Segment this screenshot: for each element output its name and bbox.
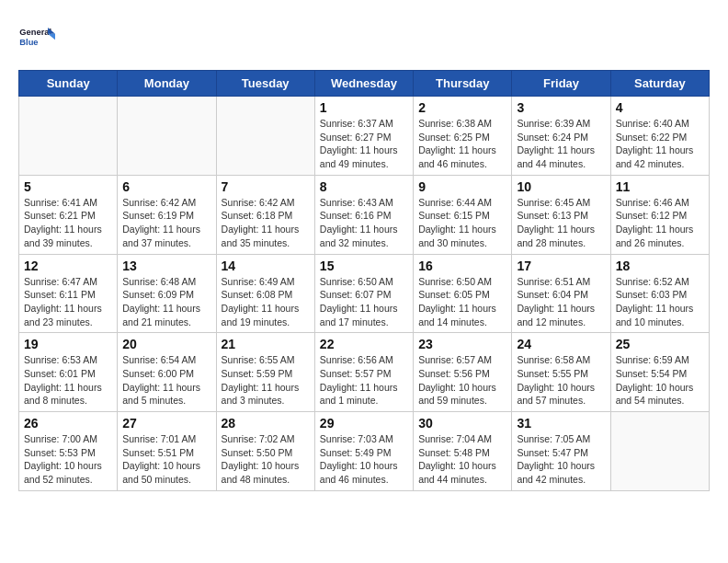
calendar-day-cell: 29Sunrise: 7:03 AMSunset: 5:49 PMDayligh… [314,412,413,491]
day-info: Sunrise: 6:55 AMSunset: 5:59 PMDaylight:… [222,353,310,408]
svg-marker-3 [48,34,55,40]
calendar-day-cell [610,412,709,491]
calendar-week-3: 12Sunrise: 6:47 AMSunset: 6:11 PMDayligh… [19,254,710,333]
day-number: 3 [517,100,605,115]
day-number: 15 [320,259,408,273]
day-number: 29 [320,416,408,431]
calendar-week-2: 5Sunrise: 6:41 AMSunset: 6:21 PMDaylight… [19,175,710,254]
day-info: Sunrise: 6:47 AMSunset: 6:11 PMDaylight:… [24,275,112,329]
calendar-day-cell: 23Sunrise: 6:57 AMSunset: 5:56 PMDayligh… [414,333,512,412]
calendar-day-cell: 22Sunrise: 6:56 AMSunset: 5:57 PMDayligh… [314,333,413,412]
calendar-week-5: 26Sunrise: 7:00 AMSunset: 5:53 PMDayligh… [19,412,710,491]
day-number: 25 [616,337,704,351]
calendar-day-cell: 6Sunrise: 6:42 AMSunset: 6:19 PMDaylight… [118,175,216,254]
calendar-day-cell: 10Sunrise: 6:45 AMSunset: 6:13 PMDayligh… [512,175,610,254]
calendar-day-cell: 7Sunrise: 6:42 AMSunset: 6:18 PMDaylight… [216,175,314,254]
weekday-header-monday: Monday [118,71,216,97]
calendar-day-cell: 9Sunrise: 6:44 AMSunset: 6:15 PMDaylight… [414,175,512,254]
weekday-header-friday: Friday [512,71,610,97]
day-number: 4 [616,100,704,115]
day-info: Sunrise: 6:39 AMSunset: 6:24 PMDaylight:… [517,117,605,171]
day-number: 24 [517,337,605,351]
calendar-week-4: 19Sunrise: 6:53 AMSunset: 6:01 PMDayligh… [19,333,710,412]
weekday-header-saturday: Saturday [610,71,709,97]
day-info: Sunrise: 6:53 AMSunset: 6:01 PMDaylight:… [24,353,112,408]
day-number: 8 [320,179,408,194]
day-number: 18 [616,259,704,273]
day-info: Sunrise: 6:46 AMSunset: 6:12 PMDaylight:… [616,196,704,250]
day-info: Sunrise: 6:56 AMSunset: 5:57 PMDaylight:… [320,353,408,408]
day-number: 26 [24,416,112,431]
day-info: Sunrise: 7:00 AMSunset: 5:53 PMDaylight:… [24,432,112,487]
day-info: Sunrise: 6:44 AMSunset: 6:15 PMDaylight:… [418,196,506,250]
calendar-day-cell: 12Sunrise: 6:47 AMSunset: 6:11 PMDayligh… [19,254,118,333]
day-info: Sunrise: 6:41 AMSunset: 6:21 PMDaylight:… [24,196,112,250]
day-number: 10 [517,179,605,194]
day-info: Sunrise: 6:57 AMSunset: 5:56 PMDaylight:… [418,353,506,408]
calendar-day-cell: 1Sunrise: 6:37 AMSunset: 6:27 PMDaylight… [314,97,413,176]
day-number: 23 [418,337,506,351]
calendar-day-cell: 26Sunrise: 7:00 AMSunset: 5:53 PMDayligh… [19,412,118,491]
calendar-day-cell [19,97,118,176]
day-number: 7 [222,179,310,194]
calendar-day-cell: 4Sunrise: 6:40 AMSunset: 6:22 PMDaylight… [610,97,709,176]
calendar-day-cell: 2Sunrise: 6:38 AMSunset: 6:25 PMDaylight… [414,97,512,176]
weekday-header-tuesday: Tuesday [216,71,314,97]
calendar-day-cell: 16Sunrise: 6:50 AMSunset: 6:05 PMDayligh… [414,254,512,333]
day-info: Sunrise: 6:50 AMSunset: 6:05 PMDaylight:… [418,275,506,329]
day-info: Sunrise: 7:05 AMSunset: 5:47 PMDaylight:… [517,432,605,487]
day-number: 9 [418,179,506,194]
calendar-day-cell: 19Sunrise: 6:53 AMSunset: 6:01 PMDayligh… [19,333,118,412]
day-info: Sunrise: 6:42 AMSunset: 6:19 PMDaylight:… [122,196,210,250]
day-number: 17 [517,259,605,273]
calendar-day-cell: 17Sunrise: 6:51 AMSunset: 6:04 PMDayligh… [512,254,610,333]
day-info: Sunrise: 7:01 AMSunset: 5:51 PMDaylight:… [122,432,210,487]
calendar-day-cell: 31Sunrise: 7:05 AMSunset: 5:47 PMDayligh… [512,412,610,491]
calendar-day-cell: 24Sunrise: 6:58 AMSunset: 5:55 PMDayligh… [512,333,610,412]
day-number: 16 [418,259,506,273]
calendar-table: SundayMondayTuesdayWednesdayThursdayFrid… [18,70,710,491]
logo: General Blue [18,18,55,55]
calendar-day-cell: 18Sunrise: 6:52 AMSunset: 6:03 PMDayligh… [610,254,709,333]
calendar-day-cell [216,97,314,176]
calendar-day-cell: 14Sunrise: 6:49 AMSunset: 6:08 PMDayligh… [216,254,314,333]
weekday-header-row: SundayMondayTuesdayWednesdayThursdayFrid… [19,71,710,97]
day-number: 19 [24,337,112,351]
day-number: 31 [517,416,605,431]
calendar-day-cell: 8Sunrise: 6:43 AMSunset: 6:16 PMDaylight… [314,175,413,254]
weekday-header-wednesday: Wednesday [314,71,413,97]
day-info: Sunrise: 6:59 AMSunset: 5:54 PMDaylight:… [616,353,704,408]
day-info: Sunrise: 6:52 AMSunset: 6:03 PMDaylight:… [616,275,704,329]
day-number: 30 [418,416,506,431]
day-info: Sunrise: 6:51 AMSunset: 6:04 PMDaylight:… [517,275,605,329]
calendar-day-cell: 27Sunrise: 7:01 AMSunset: 5:51 PMDayligh… [118,412,216,491]
general-blue-logo: General Blue [18,18,55,55]
day-info: Sunrise: 6:38 AMSunset: 6:25 PMDaylight:… [418,117,506,171]
day-info: Sunrise: 6:48 AMSunset: 6:09 PMDaylight:… [122,275,210,329]
day-number: 28 [222,416,310,431]
weekday-header-thursday: Thursday [414,71,512,97]
calendar-day-cell: 15Sunrise: 6:50 AMSunset: 6:07 PMDayligh… [314,254,413,333]
svg-text:General: General [19,28,51,37]
calendar-day-cell [118,97,216,176]
calendar-day-cell: 13Sunrise: 6:48 AMSunset: 6:09 PMDayligh… [118,254,216,333]
day-info: Sunrise: 6:54 AMSunset: 6:00 PMDaylight:… [122,353,210,408]
day-number: 13 [122,259,210,273]
day-info: Sunrise: 7:04 AMSunset: 5:48 PMDaylight:… [418,432,506,487]
calendar-day-cell: 21Sunrise: 6:55 AMSunset: 5:59 PMDayligh… [216,333,314,412]
day-info: Sunrise: 7:03 AMSunset: 5:49 PMDaylight:… [320,432,408,487]
day-info: Sunrise: 6:50 AMSunset: 6:07 PMDaylight:… [320,275,408,329]
day-number: 5 [24,179,112,194]
day-info: Sunrise: 6:58 AMSunset: 5:55 PMDaylight:… [517,353,605,408]
day-info: Sunrise: 6:40 AMSunset: 6:22 PMDaylight:… [616,117,704,171]
day-info: Sunrise: 7:02 AMSunset: 5:50 PMDaylight:… [222,432,310,487]
calendar-day-cell: 25Sunrise: 6:59 AMSunset: 5:54 PMDayligh… [610,333,709,412]
day-number: 20 [122,337,210,351]
day-number: 11 [616,179,704,194]
day-number: 22 [320,337,408,351]
calendar-day-cell: 3Sunrise: 6:39 AMSunset: 6:24 PMDaylight… [512,97,610,176]
page-header: General Blue [18,18,710,55]
calendar-week-1: 1Sunrise: 6:37 AMSunset: 6:27 PMDaylight… [19,97,710,176]
calendar-day-cell: 11Sunrise: 6:46 AMSunset: 6:12 PMDayligh… [610,175,709,254]
day-info: Sunrise: 6:42 AMSunset: 6:18 PMDaylight:… [222,196,310,250]
